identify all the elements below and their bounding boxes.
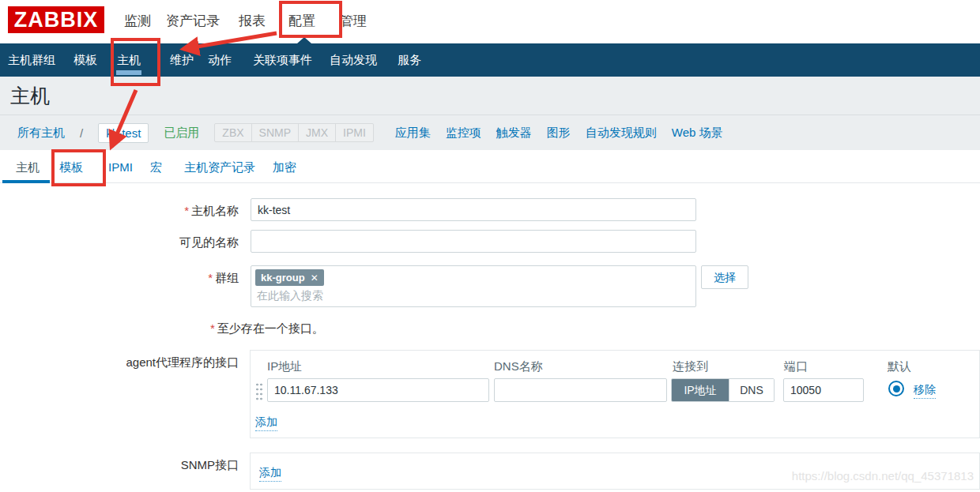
required-asterisk: * xyxy=(210,321,215,335)
breadcrumb-all-hosts-link[interactable]: 所有主机 xyxy=(17,126,65,141)
iface-remove-link[interactable]: 移除 xyxy=(914,383,936,399)
host-status-enabled[interactable]: 已启用 xyxy=(164,126,199,141)
iface-header-default: 默认 xyxy=(888,359,911,374)
host-name-input[interactable] xyxy=(251,198,696,221)
breadcrumb-graphs-link[interactable]: 图形 xyxy=(547,126,571,141)
title-band: 主机 xyxy=(0,77,980,115)
agent-interface-box: IP地址 DNS名称 连接到 端口 默认 IP地址 DNS 移除 添加 xyxy=(250,350,980,438)
subnav-active-underline xyxy=(116,70,141,75)
group-chip-label: kk-group xyxy=(261,272,305,284)
subnav-hosts[interactable]: 主机 xyxy=(117,53,141,68)
visible-name-input[interactable] xyxy=(251,230,696,253)
breadcrumb-items-link[interactable]: 监控项 xyxy=(446,126,481,141)
iface-header-connect-to: 连接到 xyxy=(673,359,708,374)
visible-name-label: 可见的名称 xyxy=(0,235,239,250)
iface-port-input[interactable] xyxy=(783,378,864,402)
default-interface-radio[interactable] xyxy=(888,381,904,396)
chip-close-icon[interactable]: ✕ xyxy=(311,272,318,284)
tab-ipmi[interactable]: IPMI xyxy=(108,160,133,174)
group-select-button[interactable]: 选择 xyxy=(701,265,748,289)
top-bar: ZABBIX 监测 资产记录 报表 配置 管理 xyxy=(0,0,980,43)
iface-header-port: 端口 xyxy=(784,359,808,374)
iface-header-ip: IP地址 xyxy=(267,359,302,374)
sub-nav-bar: 主机群组 模板 主机 维护 动作 关联项事件 自动发现 服务 xyxy=(0,43,980,77)
breadcrumb-triggers-link[interactable]: 触发器 xyxy=(496,126,532,141)
tab-host[interactable]: 主机 xyxy=(16,160,40,175)
selected-menu-caret-icon xyxy=(297,37,311,43)
top-nav-reports[interactable]: 报表 xyxy=(239,12,266,30)
badge-zbx: ZBX xyxy=(215,124,251,141)
breadcrumb-band: 所有主机 / kk-test 已启用 ZBX SNMP JMX IPMI 应用集… xyxy=(0,115,980,150)
tab-templates[interactable]: 模板 xyxy=(59,160,83,175)
top-nav-inventory[interactable]: 资产记录 xyxy=(166,12,220,30)
groups-label: *群组 xyxy=(0,271,239,286)
groups-search-placeholder: 在此输入搜索 xyxy=(257,289,323,303)
subnav-templates[interactable]: 模板 xyxy=(74,53,97,68)
subnav-event-correlation[interactable]: 关联项事件 xyxy=(253,53,312,68)
subnav-services[interactable]: 服务 xyxy=(398,53,421,68)
zabbix-logo[interactable]: ZABBIX xyxy=(8,6,104,33)
breadcrumb-web-scenarios-link[interactable]: Web 场景 xyxy=(672,126,723,141)
breadcrumb-applications-link[interactable]: 应用集 xyxy=(395,126,431,141)
availability-badges: ZBX SNMP JMX IPMI xyxy=(214,123,373,142)
watermark: https://blog.csdn.net/qq_45371813 xyxy=(792,469,974,483)
form-tabs: 主机 模板 IPMI 宏 主机资产记录 加密 xyxy=(0,150,980,183)
page-title: 主机 xyxy=(10,83,50,109)
tab-encryption[interactable]: 加密 xyxy=(273,160,296,175)
agent-interface-label: agent代理程序的接口 xyxy=(0,355,239,370)
top-nav-administration[interactable]: 管理 xyxy=(340,12,367,30)
iface-header-dns: DNS名称 xyxy=(494,359,543,374)
badge-jmx: JMX xyxy=(298,124,335,141)
badge-ipmi: IPMI xyxy=(335,124,373,141)
radio-selected-dot xyxy=(893,385,900,392)
subnav-discovery[interactable]: 自动发现 xyxy=(330,53,377,68)
groups-multiselect[interactable]: kk-group ✕ 在此输入搜索 xyxy=(251,265,696,307)
breadcrumb-host-name[interactable]: kk-test xyxy=(98,123,149,143)
zabbix-host-config-page: ZABBIX 监测 资产记录 报表 配置 管理 主机群组 模板 主机 维护 动作… xyxy=(0,0,980,492)
subnav-maintenance[interactable]: 维护 xyxy=(170,53,194,68)
snmp-interface-label: SNMP接口 xyxy=(0,458,239,473)
required-asterisk: * xyxy=(208,271,213,284)
badge-snmp: SNMP xyxy=(251,124,298,141)
iface-dns-input[interactable] xyxy=(494,378,667,402)
drag-handle-icon[interactable] xyxy=(255,382,263,401)
breadcrumb-separator: / xyxy=(80,126,83,140)
tab-host-inventory[interactable]: 主机资产记录 xyxy=(184,160,255,175)
top-nav-configuration[interactable]: 配置 xyxy=(288,12,315,30)
connect-to-ip-option[interactable]: IP地址 xyxy=(672,379,729,401)
connect-to-toggle: IP地址 DNS xyxy=(671,378,775,402)
interface-required-hint: *至少存在一个接口。 xyxy=(210,321,324,336)
snmp-iface-add-link[interactable]: 添加 xyxy=(259,466,281,482)
agent-iface-add-link[interactable]: 添加 xyxy=(255,415,277,431)
active-tab-underline xyxy=(2,180,50,183)
breadcrumb-discovery-rules-link[interactable]: 自动发现规则 xyxy=(586,126,657,141)
top-nav-monitoring[interactable]: 监测 xyxy=(124,12,151,30)
subnav-host-groups[interactable]: 主机群组 xyxy=(8,53,55,68)
required-asterisk: * xyxy=(184,204,189,217)
tab-macros[interactable]: 宏 xyxy=(150,160,162,175)
host-name-label: *主机名称 xyxy=(0,204,239,219)
iface-ip-input[interactable] xyxy=(267,378,489,402)
group-chip[interactable]: kk-group ✕ xyxy=(255,269,324,286)
subnav-actions[interactable]: 动作 xyxy=(208,53,232,68)
connect-to-dns-option[interactable]: DNS xyxy=(729,379,774,401)
breadcrumb: 所有主机 / kk-test 已启用 ZBX SNMP JMX IPMI 应用集… xyxy=(17,115,723,150)
